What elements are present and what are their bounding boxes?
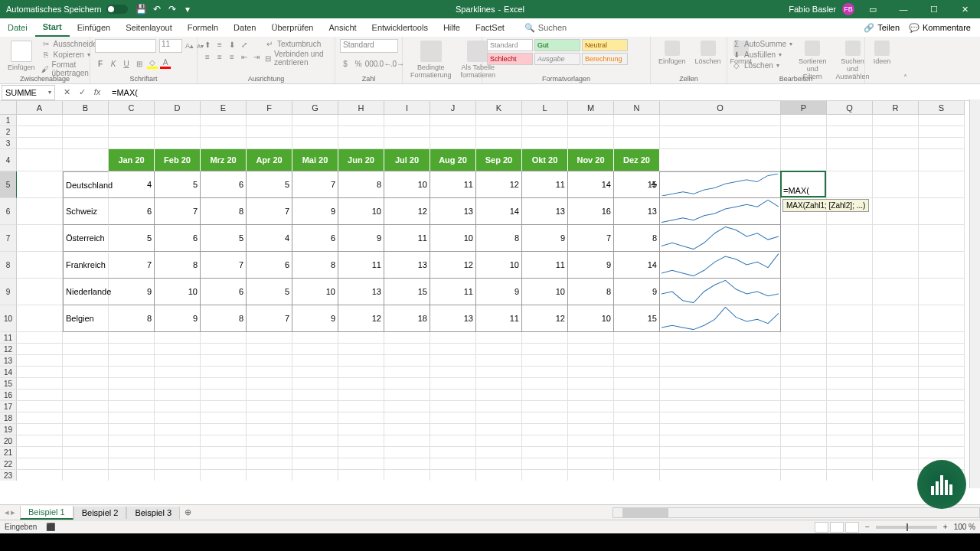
fill-color-button[interactable]: ◇ bbox=[147, 58, 158, 69]
cell-S18[interactable] bbox=[919, 412, 965, 424]
cell-F10[interactable]: 7 bbox=[247, 305, 292, 332]
close-icon[interactable]: ✕ bbox=[952, 0, 977, 18]
align-middle-icon[interactable]: ≡ bbox=[214, 39, 225, 50]
cell-M11[interactable] bbox=[568, 332, 614, 344]
cell-N20[interactable] bbox=[614, 435, 660, 447]
cell-C3[interactable] bbox=[109, 138, 155, 149]
cell-J19[interactable] bbox=[430, 424, 476, 435]
row-header-19[interactable]: 19 bbox=[0, 424, 17, 435]
cell-D5[interactable]: 5 bbox=[155, 171, 201, 198]
cell-P10[interactable] bbox=[781, 305, 827, 332]
cell-A2[interactable] bbox=[17, 126, 63, 138]
cell-D12[interactable] bbox=[155, 344, 201, 355]
cell-F5[interactable]: 5 bbox=[247, 171, 292, 198]
page-layout-view-icon[interactable] bbox=[830, 522, 844, 533]
conditional-format-button[interactable]: Bedingte Formatierung bbox=[407, 39, 455, 80]
cell-S20[interactable] bbox=[919, 435, 965, 447]
sparkline-Niederlande[interactable] bbox=[660, 279, 781, 305]
cell-E15[interactable] bbox=[201, 378, 247, 390]
cell-O1[interactable] bbox=[660, 115, 781, 126]
row-header-6[interactable]: 6 bbox=[0, 198, 17, 225]
cell-G8[interactable]: 8 bbox=[292, 252, 338, 279]
cell-F3[interactable] bbox=[247, 138, 292, 149]
align-bottom-icon[interactable]: ⬇ bbox=[227, 39, 237, 50]
cell-R22[interactable] bbox=[873, 458, 919, 470]
cell-J20[interactable] bbox=[430, 435, 476, 447]
cell-D21[interactable] bbox=[155, 447, 201, 458]
cell-F1[interactable] bbox=[247, 115, 292, 126]
cell-A11[interactable] bbox=[17, 332, 63, 344]
cell-I11[interactable] bbox=[384, 332, 430, 344]
align-center-icon[interactable]: ≡ bbox=[214, 51, 225, 62]
zoom-in-icon[interactable]: + bbox=[943, 523, 948, 531]
cell-G10[interactable]: 9 bbox=[292, 305, 338, 332]
cell-I4[interactable]: Jul 20 bbox=[384, 149, 430, 171]
cell-K10[interactable]: 11 bbox=[476, 305, 522, 332]
cell-L7[interactable]: 9 bbox=[522, 225, 568, 252]
cell-B18[interactable] bbox=[63, 412, 109, 424]
cell-K12[interactable] bbox=[476, 344, 522, 355]
cell-Q14[interactable] bbox=[827, 367, 873, 378]
cell-O11[interactable] bbox=[660, 332, 781, 344]
cell-M10[interactable]: 10 bbox=[568, 305, 614, 332]
row-header-22[interactable]: 22 bbox=[0, 458, 17, 470]
cell-E21[interactable] bbox=[201, 447, 247, 458]
cell-L20[interactable] bbox=[522, 435, 568, 447]
auto-save-toggle[interactable]: Automatisches Speichern bbox=[0, 5, 134, 14]
cell-S8[interactable] bbox=[919, 252, 965, 279]
cell-O19[interactable] bbox=[660, 424, 781, 435]
style-neutral[interactable]: Neutral bbox=[582, 39, 628, 51]
sparkline-Belgien[interactable] bbox=[660, 305, 781, 332]
bold-button[interactable]: F bbox=[95, 58, 106, 69]
cell-S15[interactable] bbox=[919, 378, 965, 390]
cell-L4[interactable]: Okt 20 bbox=[522, 149, 568, 171]
cell-L21[interactable] bbox=[522, 447, 568, 458]
cell-F18[interactable] bbox=[247, 412, 292, 424]
cell-M5[interactable]: 14 bbox=[568, 171, 614, 198]
cell-B20[interactable] bbox=[63, 435, 109, 447]
cell-N23[interactable] bbox=[614, 470, 660, 481]
cell-I5[interactable]: 10 bbox=[384, 171, 430, 198]
cell-G17[interactable] bbox=[292, 401, 338, 412]
col-header-F[interactable]: F bbox=[247, 101, 292, 115]
cell-E4[interactable]: Mrz 20 bbox=[201, 149, 247, 171]
row-header-13[interactable]: 13 bbox=[0, 355, 17, 367]
cell-S9[interactable] bbox=[919, 279, 965, 305]
cell-D13[interactable] bbox=[155, 355, 201, 367]
cell-K20[interactable] bbox=[476, 435, 522, 447]
cell-A14[interactable] bbox=[17, 367, 63, 378]
tab-formeln[interactable]: Formeln bbox=[180, 18, 226, 37]
cell-I17[interactable] bbox=[384, 401, 430, 412]
cell-C23[interactable] bbox=[109, 470, 155, 481]
cell-S10[interactable] bbox=[919, 305, 965, 332]
tab-file[interactable]: Datei bbox=[0, 18, 35, 37]
cell-O23[interactable] bbox=[660, 470, 781, 481]
cell-O13[interactable] bbox=[660, 355, 781, 367]
sparkline-Frankreich[interactable] bbox=[660, 252, 781, 279]
cell-M21[interactable] bbox=[568, 447, 614, 458]
cell-N12[interactable] bbox=[614, 344, 660, 355]
cell-J12[interactable] bbox=[430, 344, 476, 355]
cell-P22[interactable] bbox=[781, 458, 827, 470]
cell-I19[interactable] bbox=[384, 424, 430, 435]
cell-E10[interactable]: 8 bbox=[201, 305, 247, 332]
cell-D7[interactable]: 6 bbox=[155, 225, 201, 252]
cell-C9[interactable]: 9 bbox=[109, 279, 155, 305]
col-header-L[interactable]: L bbox=[522, 101, 568, 115]
cell-S21[interactable] bbox=[919, 447, 965, 458]
col-header-J[interactable]: J bbox=[430, 101, 476, 115]
cell-B8[interactable]: Frankreich bbox=[63, 252, 109, 279]
cell-S12[interactable] bbox=[919, 344, 965, 355]
cell-J7[interactable]: 10 bbox=[430, 225, 476, 252]
cell-H10[interactable]: 12 bbox=[338, 305, 384, 332]
cell-R2[interactable] bbox=[873, 126, 919, 138]
cell-B4[interactable] bbox=[63, 149, 109, 171]
cell-J17[interactable] bbox=[430, 401, 476, 412]
cell-P9[interactable] bbox=[781, 279, 827, 305]
cell-A9[interactable] bbox=[17, 279, 63, 305]
row-header-9[interactable]: 9 bbox=[0, 279, 17, 305]
font-name-combo[interactable] bbox=[95, 39, 156, 53]
cell-R4[interactable] bbox=[873, 149, 919, 171]
cell-G2[interactable] bbox=[292, 126, 338, 138]
cell-R20[interactable] bbox=[873, 435, 919, 447]
